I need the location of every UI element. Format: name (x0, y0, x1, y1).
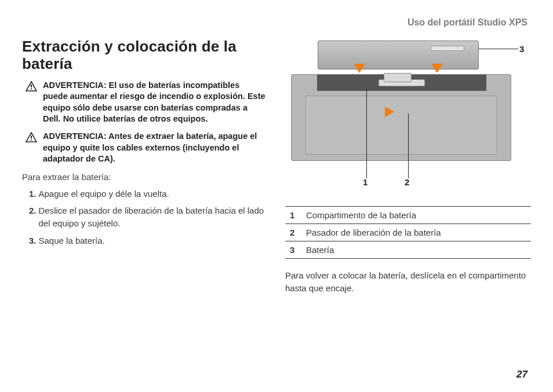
svg-rect-2 (31, 88, 32, 89)
leader-line (366, 89, 367, 178)
legend-desc: Batería (301, 241, 531, 259)
callout-2: 2 (405, 177, 409, 187)
legend-num: 1 (285, 207, 301, 224)
diagram-laptop (291, 74, 511, 161)
steps-list: 1.Apague el equipo y déle la vuelta. 2.D… (29, 188, 265, 247)
legend-row: 1 Compartimento de la batería (285, 207, 531, 224)
header-title: Uso del portátil Studio XPS (22, 17, 531, 28)
warning-2: ADVERTENCIA: Antes de extraer la batería… (26, 131, 265, 165)
svg-rect-5 (31, 140, 32, 141)
svg-rect-4 (31, 135, 32, 138)
content-columns: Extracción y colocación de la batería AD… (22, 38, 531, 295)
steps-intro: Para extraer la batería: (22, 171, 265, 183)
warning-1-text: ADVERTENCIA: El uso de baterías incompat… (43, 80, 265, 125)
arrow-down-icon (354, 64, 365, 73)
legend-row: 3 Batería (285, 241, 531, 259)
section-title: Extracción y colocación de la batería (22, 38, 265, 73)
step-2: 2.Deslice el pasador de liberación de la… (29, 204, 265, 230)
leader-line (408, 113, 409, 178)
legend-num: 3 (285, 241, 301, 259)
callout-3: 3 (519, 44, 524, 54)
arrow-right-icon (385, 107, 394, 117)
right-column: 3 1 2 1 Compartimento de la batería 2 Pa… (285, 38, 531, 295)
step-1: 1.Apague el equipo y déle la vuelta. (29, 188, 265, 200)
step-3: 3.Saque la batería. (29, 235, 265, 247)
warning-2-text: ADVERTENCIA: Antes de extraer la batería… (43, 131, 265, 165)
page-number: 27 (516, 369, 527, 380)
warning-1: ADVERTENCIA: El uso de baterías incompat… (26, 80, 265, 125)
diagram-release-latch (384, 73, 412, 82)
legend-table: 1 Compartimento de la batería 2 Pasador … (285, 206, 531, 259)
step-1-text: Apague el equipo y déle la vuelta. (39, 188, 169, 200)
step-3-text: Saque la batería. (39, 235, 105, 247)
legend-desc: Compartimento de la batería (301, 207, 531, 224)
replace-instruction: Para volver a colocar la batería, deslíc… (285, 269, 531, 295)
legend-num: 2 (285, 224, 301, 241)
callout-1: 1 (363, 177, 368, 187)
warning-icon (26, 81, 37, 125)
diagram-battery (318, 41, 479, 69)
legend-row: 2 Pasador de liberación de la batería (285, 224, 531, 241)
left-column: Extracción y colocación de la batería AD… (22, 38, 265, 295)
leader-line (479, 49, 518, 49)
legend-desc: Pasador de liberación de la batería (301, 224, 531, 241)
svg-rect-1 (31, 85, 32, 87)
battery-diagram: 3 1 2 (285, 38, 531, 183)
arrow-down-icon (431, 64, 443, 73)
warning-icon (26, 132, 37, 165)
step-2-text: Deslice el pasador de liberación de la b… (39, 204, 265, 230)
diagram-bottom-plate (305, 96, 497, 155)
